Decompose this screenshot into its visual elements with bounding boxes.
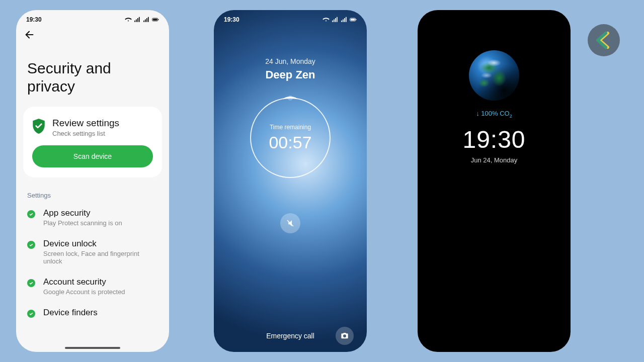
item-title: Device finders bbox=[43, 308, 98, 318]
statusbar: 19:30 bbox=[214, 10, 367, 25]
arrow-left-icon bbox=[24, 29, 35, 40]
mute-button[interactable] bbox=[280, 213, 300, 233]
phone-security-privacy: 19:30 Security and privacy Review settin… bbox=[16, 10, 169, 352]
statusbar: 19:30 bbox=[16, 10, 169, 25]
co2-indicator: ↓ 100% CO2 bbox=[418, 110, 571, 119]
signal-icon bbox=[332, 16, 339, 23]
battery-icon bbox=[152, 16, 159, 23]
item-title: Device unlock bbox=[43, 239, 158, 249]
aod-time: 19:30 bbox=[418, 126, 571, 153]
status-icons bbox=[125, 16, 159, 23]
phone-always-on-display: ↓ 100% CO2 19:30 Jun 24, Monday bbox=[418, 10, 571, 352]
signal-icon bbox=[134, 16, 141, 23]
signal-icon-2 bbox=[143, 16, 150, 23]
chevron-left-logo-icon bbox=[594, 30, 614, 50]
review-subtitle: Check settings list bbox=[52, 130, 119, 137]
signal-icon-2 bbox=[341, 16, 348, 23]
back-button[interactable] bbox=[16, 25, 169, 46]
earth-icon bbox=[469, 50, 519, 101]
item-subtitle: Screen lock, Face and fingerprint unlock bbox=[43, 250, 158, 265]
phone-zen-mode: 19:30 24 Jun, Monday Deep Zen Time remai… bbox=[214, 10, 367, 352]
section-label: Settings bbox=[16, 177, 169, 202]
mute-icon bbox=[286, 219, 295, 228]
review-row[interactable]: Review settings Check settings list bbox=[32, 118, 153, 137]
item-title: Account security bbox=[43, 277, 125, 287]
watermark-logo bbox=[588, 24, 620, 56]
item-title: App security bbox=[43, 208, 122, 218]
emergency-call-button[interactable]: Emergency call bbox=[266, 332, 314, 340]
settings-item-device-finders[interactable]: Device finders bbox=[16, 302, 169, 324]
settings-item-account-security[interactable]: Account securityGoogle Account is protec… bbox=[16, 271, 169, 302]
review-title: Review settings bbox=[52, 118, 119, 129]
svg-rect-5 bbox=[356, 19, 356, 20]
settings-item-app-security[interactable]: App securityPlay Protect scanning is on bbox=[16, 202, 169, 233]
check-icon bbox=[27, 241, 35, 249]
check-icon bbox=[27, 210, 35, 218]
wifi-icon bbox=[125, 16, 132, 23]
aod-date: Jun 24, Monday bbox=[418, 156, 571, 164]
item-subtitle: Play Protect scanning is on bbox=[43, 219, 122, 227]
zen-mode-title: Deep Zen bbox=[214, 68, 367, 81]
countdown-ring: Time remaining 00:57 bbox=[250, 98, 331, 178]
status-time: 19:30 bbox=[224, 16, 239, 23]
remaining-label: Time remaining bbox=[270, 124, 311, 131]
svg-rect-1 bbox=[153, 19, 157, 21]
shield-check-icon bbox=[32, 119, 45, 134]
status-time: 19:30 bbox=[26, 16, 42, 23]
page-title: Security and privacy bbox=[16, 46, 169, 107]
settings-item-device-unlock[interactable]: Device unlockScreen lock, Face and finge… bbox=[16, 233, 169, 271]
svg-line-6 bbox=[287, 220, 293, 226]
wifi-icon bbox=[323, 16, 330, 23]
camera-button[interactable] bbox=[336, 327, 354, 345]
status-icons bbox=[323, 16, 357, 23]
battery-icon bbox=[350, 16, 357, 23]
remaining-time: 00:57 bbox=[269, 133, 311, 152]
item-subtitle: Google Account is protected bbox=[43, 288, 125, 296]
check-icon bbox=[27, 310, 35, 318]
svg-rect-2 bbox=[158, 19, 158, 20]
camera-icon bbox=[341, 332, 349, 340]
scan-device-button[interactable]: Scan device bbox=[32, 145, 153, 167]
home-indicator[interactable] bbox=[65, 347, 120, 349]
check-icon bbox=[27, 279, 35, 287]
zen-date: 24 Jun, Monday bbox=[214, 57, 367, 65]
svg-rect-4 bbox=[351, 19, 355, 21]
review-card: Review settings Check settings list Scan… bbox=[23, 107, 162, 177]
